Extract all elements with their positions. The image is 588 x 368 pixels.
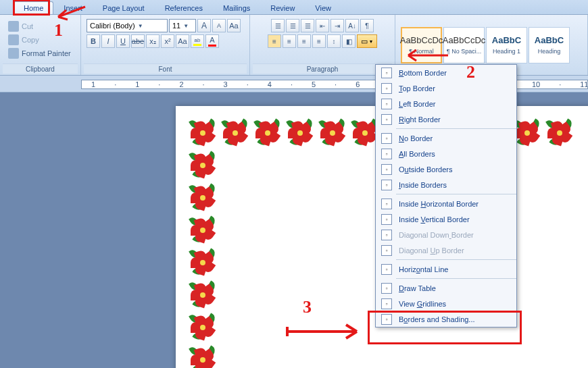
copy-button[interactable]: Copy (5, 34, 74, 46)
flower-border-decoration (222, 120, 249, 147)
style-heading[interactable]: AaBbCHeading (529, 27, 570, 63)
border-icon: ▭ (361, 37, 368, 46)
indent-inc-button[interactable]: ⇥ (330, 19, 344, 32)
bold-button[interactable]: B (87, 34, 100, 48)
flower-border-decoration (189, 346, 216, 368)
menu-inside-horizontal-border[interactable]: ▫Inside Horizontal Border (376, 196, 516, 211)
flower-border-decoration (514, 120, 541, 147)
subscript-button[interactable]: x₂ (146, 34, 160, 48)
border-type-icon: ▫ (381, 214, 392, 225)
menu-draw-table[interactable]: ▫Draw Table (376, 280, 516, 296)
grow-font-button[interactable]: A (197, 19, 211, 32)
border-type-icon: ▫ (381, 68, 392, 78)
flower-border-decoration (189, 120, 216, 147)
menu-diagonal-up-border: ▫Diagonal Up Border (376, 242, 516, 258)
bullets-button[interactable]: ☰ (271, 19, 285, 32)
border-type-icon: ▫ (381, 298, 392, 309)
paragraph-group-label: Paragraph (253, 63, 392, 74)
underline-button[interactable]: U (116, 34, 130, 48)
brush-icon (8, 48, 19, 59)
chevron-down-icon: ▼ (138, 23, 143, 29)
clipboard-group-label: Clipboard (3, 63, 78, 74)
shading-button[interactable]: ◧ (342, 34, 356, 48)
annotation-arrow-2 (404, 49, 451, 62)
menu-right-border[interactable]: ▫Right Border (376, 111, 516, 127)
indent-dec-button[interactable]: ⇤ (316, 19, 329, 32)
border-type-icon: ▫ (381, 149, 392, 159)
justify-button[interactable]: ≡ (312, 34, 326, 48)
align-center-button[interactable]: ≡ (283, 34, 296, 48)
align-left-button[interactable]: ≡ (268, 34, 281, 48)
tab-review[interactable]: Review (260, 1, 305, 14)
border-type-icon: ▫ (381, 83, 392, 94)
shrink-font-button[interactable]: A (212, 19, 226, 32)
font-group-label: Font (84, 63, 247, 74)
font-size-value: 11 (172, 22, 180, 30)
italic-button[interactable]: I (101, 34, 115, 48)
flower-border-decoration (189, 152, 216, 179)
borders-dropdown-button[interactable]: ▭▼ (357, 34, 377, 48)
annotation-number-2: 2 (466, 62, 475, 82)
border-type-icon: ▫ (381, 114, 392, 125)
group-clipboard: Cut Copy Format Painter Clipboard (0, 15, 81, 75)
tab-mailings[interactable]: Mailings (213, 1, 260, 14)
group-paragraph: ☰ ☰ ☰ ⇤ ⇥ A↓ ¶ ≡ ≡ ≡ ≡ ↕ ◧ ▭▼ Paragraph (250, 15, 395, 75)
flower-border-decoration (189, 282, 216, 309)
change-case-button[interactable]: Aa (176, 34, 189, 48)
border-type-icon: ▫ (381, 245, 392, 256)
menu-no-border[interactable]: ▫No Border (376, 130, 516, 146)
copy-label: Copy (22, 36, 39, 44)
copy-icon (8, 34, 19, 45)
format-painter-button[interactable]: Format Painter (5, 47, 74, 59)
flower-border-decoration (351, 120, 378, 147)
clear-format-button[interactable]: Aa (227, 19, 241, 32)
border-type-icon: ▫ (381, 180, 392, 190)
menu-inside-borders[interactable]: ▫Inside Borders (376, 177, 516, 192)
border-type-icon: ▫ (381, 99, 392, 109)
tab-references[interactable]: References (155, 1, 213, 14)
style-heading-1[interactable]: AaBbCHeading 1 (486, 27, 527, 63)
flower-border-decoration (546, 120, 573, 147)
multilevel-button[interactable]: ☰ (301, 19, 314, 32)
border-type-icon: ▫ (381, 199, 392, 209)
menu-left-border[interactable]: ▫Left Border (376, 96, 516, 111)
menu-outside-borders[interactable]: ▫Outside Borders (376, 161, 516, 177)
annotation-number-3: 3 (303, 297, 312, 317)
flower-border-decoration (287, 120, 314, 147)
menu-bottom-border[interactable]: ▫Bottom Border (376, 65, 516, 80)
border-type-icon: ▫ (381, 283, 392, 294)
font-color-button[interactable]: A (205, 34, 219, 48)
sort-button[interactable]: A↓ (345, 19, 359, 32)
superscript-button[interactable]: x² (161, 34, 174, 48)
borders-menu: ▫Bottom Border▫Top Border▫Left Border▫Ri… (375, 64, 517, 327)
annotation-arrow-3 (284, 323, 365, 340)
tab-page-layout[interactable]: Page Layout (93, 1, 155, 14)
tab-view[interactable]: View (305, 1, 341, 14)
align-right-button[interactable]: ≡ (297, 34, 311, 48)
strike-button[interactable]: abe (131, 34, 145, 48)
line-spacing-button[interactable]: ↕ (327, 34, 341, 48)
numbering-button[interactable]: ☰ (286, 19, 299, 32)
scissors-icon (8, 21, 19, 32)
highlight-button[interactable]: ab (191, 34, 204, 48)
menu-top-border[interactable]: ▫Top Border (376, 80, 516, 96)
chevron-down-icon: ▼ (369, 39, 374, 44)
chevron-down-icon: ▼ (183, 23, 189, 29)
font-name-combo[interactable]: Calibri (Body)▼ (87, 19, 168, 32)
menu-view-gridlines[interactable]: ▫View Gridlines (376, 296, 516, 311)
border-type-icon: ▫ (381, 164, 392, 175)
menu-all-borders[interactable]: ▫All Borders (376, 146, 516, 161)
menu-horizontal-line[interactable]: ▫Horizontal Line (376, 261, 516, 277)
font-size-combo[interactable]: 11▼ (169, 19, 196, 32)
font-name-value: Calibri (Body) (90, 22, 135, 30)
border-type-icon: ▫ (381, 230, 392, 240)
format-painter-label: Format Painter (22, 49, 71, 57)
border-type-icon: ▫ (381, 264, 392, 275)
border-type-icon: ▫ (381, 133, 392, 144)
cut-label: Cut (22, 22, 33, 30)
flower-border-decoration (319, 120, 346, 147)
menu-diagonal-down-border: ▫Diagonal Down Border (376, 227, 516, 242)
menu-inside-vertical-border[interactable]: ▫Inside Vertical Border (376, 211, 516, 227)
annotation-box-3 (368, 311, 522, 344)
show-marks-button[interactable]: ¶ (360, 19, 374, 32)
